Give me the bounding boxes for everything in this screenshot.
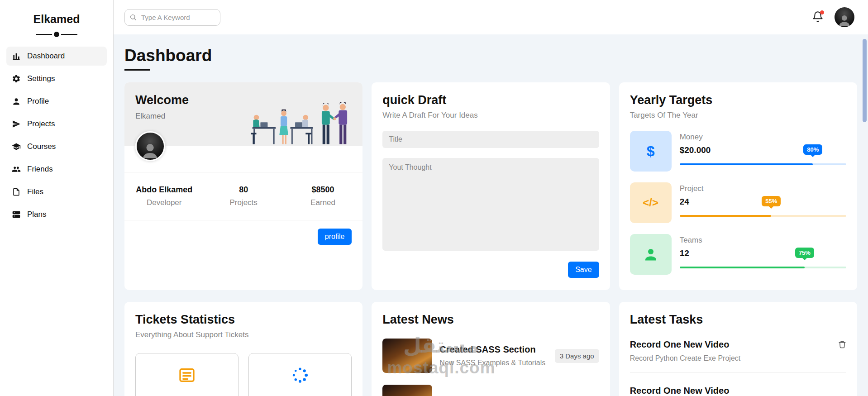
- target-label: Money: [680, 133, 846, 142]
- sidebar-item-label: Files: [27, 187, 43, 196]
- sidebar-item-projects[interactable]: Projects: [6, 115, 107, 134]
- sidebar-item-label: Dashboard: [27, 52, 65, 61]
- sidebar-item-label: Friends: [27, 165, 53, 174]
- quick-draft-subtitle: Write A Draft For Your Ideas: [382, 111, 599, 120]
- ticket-count: 500: [249, 393, 351, 396]
- latest-tasks-title: Latest Tasks: [630, 313, 846, 327]
- target-teams: Teams 12 75%: [630, 234, 846, 275]
- progress-fill: [680, 267, 805, 268]
- stat-label: Earned: [283, 198, 362, 207]
- stat-value: Abdo Elkamed: [124, 185, 204, 195]
- progress-bar: 75%: [680, 267, 846, 268]
- avatar-silhouette-icon: [837, 13, 852, 27]
- quick-draft-title: quick Draft: [382, 93, 599, 107]
- sidebar-item-dashboard[interactable]: Dashboard: [6, 47, 107, 66]
- search-box: [124, 9, 220, 26]
- paper-plane-icon: [12, 119, 21, 129]
- stat-earned: $8500 Earned: [283, 185, 362, 207]
- task-title: Record One New Video: [630, 339, 741, 350]
- sidebar-item-settings[interactable]: Settings: [6, 69, 107, 88]
- dollar-icon: $: [630, 131, 672, 172]
- brand-dot: [52, 30, 61, 39]
- ticket-stat-box: 500: [248, 353, 352, 396]
- welcome-card: Welcome Elkamed: [124, 82, 362, 290]
- target-label: Teams: [680, 236, 846, 245]
- progress-bar: 80%: [680, 163, 846, 165]
- notifications-button[interactable]: [811, 10, 825, 24]
- sidebar-item-plans[interactable]: Plans: [6, 205, 107, 224]
- user-icon: [12, 97, 21, 106]
- sidebar-item-label: Courses: [27, 142, 56, 151]
- list-icon: [178, 366, 196, 384]
- person-icon: [630, 234, 672, 275]
- news-item[interactable]: Created SASS Section New SASS Examples &…: [382, 339, 599, 373]
- sidebar-item-profile[interactable]: Profile: [6, 92, 107, 111]
- main: Dashboard Welcome Elkamed: [114, 34, 868, 396]
- progress-badge: 80%: [803, 144, 822, 155]
- ticket-boxes: 2500 500: [135, 353, 352, 396]
- news-time-badge: 3 Days ago: [555, 349, 599, 363]
- news-item-title: Created SASS Section: [439, 344, 547, 355]
- cards-row-2: Tickets Statistics Everything About Supp…: [124, 302, 857, 396]
- yearly-targets-subtitle: Targets Of The Year: [630, 111, 846, 120]
- content-area: Dashboard Welcome Elkamed: [114, 0, 868, 396]
- welcome-title: Welcome: [135, 93, 189, 107]
- news-thumbnail: [382, 339, 432, 373]
- avatar-silhouette-icon: [140, 140, 160, 160]
- user-avatar[interactable]: [835, 7, 854, 27]
- save-button[interactable]: Save: [568, 262, 599, 278]
- progress-badge: 55%: [762, 196, 781, 206]
- sidebar-item-label: Profile: [27, 97, 49, 106]
- brand-title: Elkamed: [6, 13, 107, 26]
- search-input[interactable]: [124, 9, 220, 26]
- tickets-subtitle: Everything About Support Tickets: [135, 330, 352, 339]
- draft-thought-textarea[interactable]: [382, 158, 599, 251]
- sidebar-item-label: Settings: [27, 74, 55, 83]
- welcome-header: Welcome Elkamed: [124, 82, 362, 146]
- progress-bar: 55%: [680, 215, 846, 217]
- tickets-statistics-card: Tickets Statistics Everything About Supp…: [124, 302, 362, 396]
- ticket-count: 2500: [136, 393, 238, 396]
- latest-news-title: Latest News: [382, 313, 599, 327]
- sidebar-item-courses[interactable]: Courses: [6, 137, 107, 156]
- welcome-stats: Abdo Elkamed Developer 80 Projects $8500…: [124, 172, 362, 220]
- stat-projects: 80 Projects: [204, 185, 283, 207]
- tickets-title: Tickets Statistics: [135, 313, 352, 327]
- news-thumbnail: [382, 385, 432, 396]
- target-money: $ Money $20.000 80%: [630, 131, 846, 172]
- draft-title-input[interactable]: [382, 131, 599, 148]
- ticket-stat-box: 2500: [135, 353, 238, 396]
- target-label: Project: [680, 184, 846, 193]
- news-item[interactable]: Changed The Design: [382, 385, 599, 396]
- task-row: Record One New Video Record Python Creat…: [630, 339, 846, 373]
- code-icon: </>: [630, 182, 672, 223]
- progress-fill: [680, 215, 772, 217]
- yearly-targets-card: Yearly Targets Targets Of The Year $ Mon…: [619, 82, 857, 290]
- target-project: </> Project 24 55%: [630, 182, 846, 223]
- app-window: Elkamed Dashboard Settings Profile Proje…: [0, 0, 868, 396]
- stat-developer: Abdo Elkamed Developer: [124, 185, 204, 207]
- topbar: [114, 0, 868, 34]
- progress-fill: [680, 163, 813, 165]
- sidebar-item-label: Projects: [27, 119, 55, 129]
- profile-button[interactable]: profile: [318, 229, 352, 245]
- progress-badge: 75%: [795, 248, 814, 258]
- sidebar: Elkamed Dashboard Settings Profile Proje…: [0, 0, 114, 396]
- target-value: 12: [680, 248, 846, 258]
- graduation-cap-icon: [12, 142, 21, 151]
- scrollbar-thumb[interactable]: [863, 39, 867, 122]
- sidebar-item-files[interactable]: Files: [6, 182, 107, 201]
- cards-row-1: Welcome Elkamed: [124, 82, 857, 290]
- stat-value: $8500: [283, 185, 362, 195]
- dashboard-icon: [12, 52, 21, 61]
- latest-news-card: Latest News Created SASS Section New SAS…: [372, 302, 610, 396]
- trash-icon[interactable]: [838, 339, 846, 348]
- gear-icon: [12, 74, 21, 83]
- topbar-actions: [811, 7, 854, 27]
- search-icon: [129, 14, 137, 21]
- stat-label: Projects: [204, 198, 283, 207]
- sidebar-item-friends[interactable]: Friends: [6, 160, 107, 179]
- task-title: Record One New Video: [630, 386, 730, 396]
- user-group-icon: [12, 165, 21, 174]
- page-title: Dashboard: [124, 46, 857, 65]
